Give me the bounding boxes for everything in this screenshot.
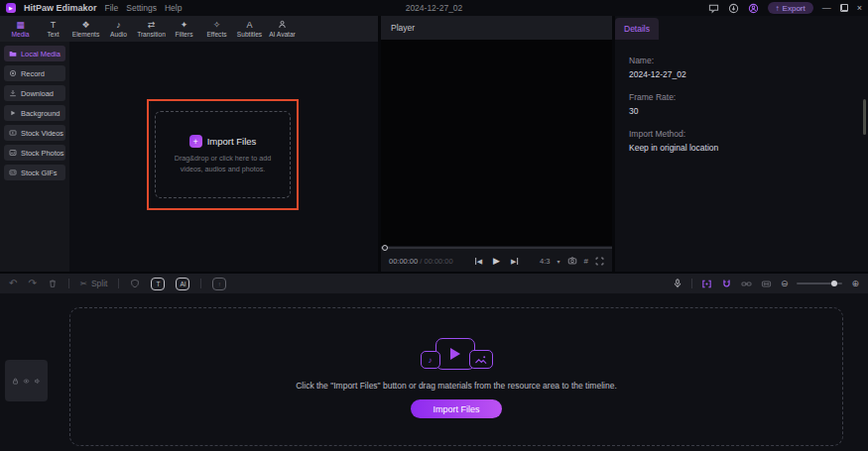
- link-icon[interactable]: [741, 279, 752, 289]
- tab-effects[interactable]: ✧Effects: [200, 20, 233, 38]
- ribbon-tabs: ▦Media TText ❖Elements ♪Audio ⇄Transitio…: [0, 16, 378, 42]
- seek-bar[interactable]: [381, 247, 612, 249]
- player-header: Player: [381, 16, 612, 40]
- photo-icon: [9, 149, 17, 157]
- sidebar-item-label: Local Media: [21, 50, 61, 58]
- titlebar: ▶ HitPaw Edimakor File Settings Help 202…: [0, 0, 868, 16]
- minimize-button[interactable]: —: [822, 4, 831, 13]
- media-panel: ▦Media TText ❖Elements ♪Audio ⇄Transitio…: [0, 16, 378, 272]
- download-icon: [9, 89, 17, 97]
- redo-icon[interactable]: ↷: [28, 279, 36, 288]
- split-button[interactable]: ✂ Split: [80, 279, 108, 288]
- note-glyph: ♪: [429, 356, 433, 365]
- details-scrollbar[interactable]: [863, 99, 866, 135]
- tab-ai-avatar[interactable]: AI Avatar: [266, 20, 299, 38]
- menu-file[interactable]: File: [105, 3, 119, 13]
- tab-details[interactable]: Details: [615, 18, 659, 40]
- plus-icon: +: [189, 135, 202, 148]
- tab-label: Subtitles: [237, 31, 262, 38]
- detail-value: 2024-12-27_02: [629, 69, 718, 79]
- seek-handle[interactable]: [382, 245, 388, 251]
- sidebar-item-stock-videos[interactable]: Stock Videos: [4, 125, 65, 141]
- tab-label: Elements: [72, 31, 100, 38]
- timeline-zoom-slider[interactable]: [797, 282, 842, 284]
- mute-icon[interactable]: [34, 378, 41, 385]
- elements-icon: ❖: [81, 20, 89, 30]
- timeline-hint: Click the "Import Files" button or drag …: [296, 381, 617, 391]
- fullscreen-icon[interactable]: [595, 257, 604, 266]
- import-files-button[interactable]: Import Files: [411, 399, 502, 418]
- gif-icon: [9, 169, 17, 176]
- zoom-in-icon[interactable]: ⊕: [851, 279, 859, 288]
- account-icon[interactable]: [748, 3, 759, 14]
- image-icon: [469, 350, 493, 369]
- annotation-highlight: + Import Files Drag&drop or click here t…: [147, 99, 299, 210]
- details-tab-label: Details: [624, 24, 650, 34]
- sidebar-item-record[interactable]: Record: [4, 65, 65, 81]
- tab-label: Filters: [176, 31, 193, 38]
- scissors-icon: ✂: [80, 279, 87, 288]
- sidebar-item-stock-gifs[interactable]: Stock GIFs: [4, 165, 65, 180]
- import-caption-line1: Drag&drop or click here to add: [175, 154, 271, 164]
- ai-avatar-icon: [278, 20, 287, 30]
- sidebar-item-download[interactable]: Download: [4, 85, 65, 101]
- toolbar-divider: [200, 279, 201, 288]
- chevron-down-icon[interactable]: ▾: [558, 258, 560, 265]
- magnet-snap-icon[interactable]: [721, 279, 732, 289]
- sidebar-item-local-media[interactable]: Local Media: [4, 46, 65, 61]
- tab-audio[interactable]: ♪Audio: [102, 20, 135, 38]
- tab-filters[interactable]: ✦Filters: [168, 20, 200, 38]
- text-icon: T: [51, 20, 57, 30]
- detail-field-frame-rate: Frame Rate: 30: [629, 92, 718, 116]
- timeline-dropzone[interactable]: ♪ Click the "Import Files" button or dra…: [69, 307, 843, 446]
- menu-settings[interactable]: Settings: [126, 3, 157, 13]
- snapshot-icon[interactable]: [567, 256, 577, 266]
- upload-icon[interactable]: ↑: [212, 278, 226, 290]
- sticker-badge-icon[interactable]: [130, 279, 140, 288]
- details-panel: Details Name: 2024-12-27_02 Frame Rate: …: [615, 16, 868, 272]
- tab-transition[interactable]: ⇄Transition: [135, 20, 168, 38]
- player-controls: 00:00:00 / 00:00:00 ◀ ▶ ▶ 4:3 ▾ #: [381, 246, 612, 272]
- tab-text[interactable]: TText: [37, 20, 69, 38]
- delete-icon[interactable]: [48, 279, 58, 288]
- tab-media[interactable]: ▦Media: [4, 20, 37, 38]
- import-dropzone[interactable]: + Import Files Drag&drop or click here t…: [155, 111, 291, 198]
- toolbar-divider: [118, 279, 119, 288]
- tab-elements[interactable]: ❖Elements: [69, 20, 102, 38]
- next-frame-button[interactable]: ▶: [511, 258, 518, 265]
- feedback-icon[interactable]: [708, 3, 719, 14]
- ai-subtitle-icon[interactable]: AI: [176, 278, 189, 290]
- menu-help[interactable]: Help: [165, 3, 182, 13]
- play-button[interactable]: ▶: [493, 257, 500, 266]
- import-files-title: Import Files: [207, 136, 257, 147]
- effects-icon: ✧: [213, 20, 221, 30]
- maximize-icon[interactable]: [840, 4, 848, 12]
- undo-icon[interactable]: ↶: [9, 279, 17, 288]
- timeline-toolbar: ↶ ↷ ✂ Split T AI ↑ ⊖ ⊕: [0, 274, 868, 293]
- tab-label: Text: [47, 31, 59, 38]
- details-body: Name: 2024-12-27_02 Frame Rate: 30 Impor…: [629, 56, 718, 166]
- time-total: 00:00:00: [424, 257, 452, 266]
- microphone-icon[interactable]: [673, 279, 682, 288]
- previous-frame-button[interactable]: ◀: [475, 258, 482, 265]
- sidebar-item-stock-photos[interactable]: Stock Photos: [4, 145, 65, 161]
- close-button[interactable]: ×: [857, 4, 862, 13]
- player-title: Player: [391, 23, 415, 33]
- sidebar-item-label: Stock GIFs: [21, 169, 58, 177]
- grid-icon[interactable]: #: [584, 257, 588, 266]
- text-to-speech-icon[interactable]: T: [151, 278, 165, 290]
- lock-icon[interactable]: [12, 378, 19, 385]
- zoom-out-icon[interactable]: ⊖: [781, 279, 789, 288]
- eye-icon[interactable]: [23, 378, 30, 385]
- aspect-ratio-selector[interactable]: 4:3: [540, 257, 550, 266]
- sidebar-item-label: Stock Photos: [21, 149, 64, 158]
- video-preview[interactable]: [381, 40, 612, 246]
- download-center-icon[interactable]: [728, 3, 739, 14]
- auto-fit-icon[interactable]: [761, 279, 772, 289]
- sidebar-item-background[interactable]: Background: [4, 105, 65, 121]
- tab-subtitles[interactable]: ASubtitles: [233, 20, 266, 38]
- zoom-slider-handle[interactable]: [831, 281, 837, 286]
- ripple-edit-icon[interactable]: [701, 279, 712, 289]
- app-logo-icon: ▶: [6, 3, 16, 13]
- export-button[interactable]: ↑ Export: [768, 2, 813, 14]
